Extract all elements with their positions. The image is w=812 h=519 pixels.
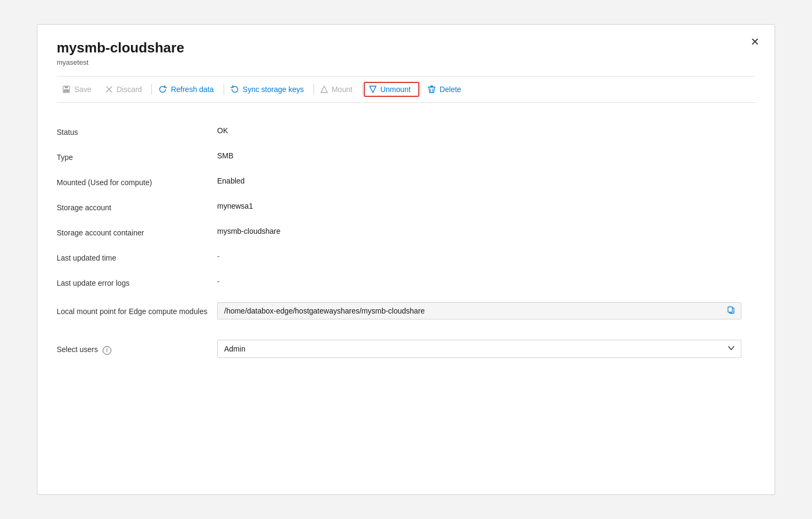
storage-account-value: mynewsa1: [217, 202, 755, 210]
mounted-row: Mounted (Used for compute) Enabled: [57, 169, 755, 194]
svg-rect-8: [430, 86, 433, 87]
last-error-label: Last update error logs: [57, 277, 217, 287]
refresh-icon: [158, 85, 167, 94]
delete-button[interactable]: Delete: [422, 82, 470, 97]
local-mount-input: /home/databox-edge/hostgatewayshares/mys…: [217, 302, 741, 319]
refresh-label: Refresh data: [171, 85, 213, 94]
panel-subtitle: myasetest: [57, 58, 755, 66]
delete-label: Delete: [440, 85, 461, 94]
status-row: Status OK: [57, 119, 755, 144]
local-mount-label: Local mount point for Edge compute modul…: [57, 305, 217, 317]
last-updated-label: Last updated time: [57, 252, 217, 262]
type-value: SMB: [217, 151, 755, 160]
type-row: Type SMB: [57, 144, 755, 169]
save-icon: [62, 85, 71, 94]
type-label: Type: [57, 151, 217, 162]
toolbar: Save Discard Refresh data: [57, 76, 755, 103]
mounted-label: Mounted (Used for compute): [57, 177, 217, 187]
sync-button[interactable]: Sync storage keys: [225, 82, 312, 97]
select-users-selected: Admin: [224, 345, 246, 353]
refresh-button[interactable]: Refresh data: [153, 82, 222, 97]
local-mount-row: Local mount point for Edge compute modul…: [57, 295, 755, 327]
unmount-button[interactable]: Unmount: [364, 82, 419, 97]
svg-marker-5: [321, 86, 327, 93]
select-users-field[interactable]: Admin: [217, 340, 741, 358]
unmount-icon: [369, 86, 377, 93]
save-button[interactable]: Save: [57, 82, 100, 97]
last-error-row: Last update error logs -: [57, 270, 755, 295]
mount-label: Mount: [332, 85, 353, 94]
svg-rect-7: [428, 87, 435, 88]
storage-account-row: Storage account mynewsa1: [57, 194, 755, 219]
select-users-wrapper: Admin: [217, 340, 741, 358]
sync-label: Sync storage keys: [243, 85, 304, 94]
container-row: Storage account container mysmb-cloudsha…: [57, 219, 755, 245]
form-table: Status OK Type SMB Mounted (Used for com…: [57, 119, 755, 365]
mount-icon: [320, 86, 328, 93]
close-button[interactable]: ✕: [750, 36, 760, 47]
discard-label: Discard: [117, 85, 142, 94]
mount-button[interactable]: Mount: [315, 82, 361, 97]
info-icon: i: [103, 346, 111, 355]
svg-rect-2: [64, 89, 69, 92]
copy-icon[interactable]: [727, 306, 736, 316]
toolbar-separator-1: [151, 84, 152, 95]
select-users-value-wrapper: Admin: [217, 340, 755, 358]
select-users-text: Select users: [57, 345, 98, 354]
svg-rect-12: [728, 307, 732, 312]
sync-icon: [231, 85, 239, 94]
unmount-label: Unmount: [380, 85, 411, 94]
detail-panel: ✕ mysmb-cloudshare myasetest Save: [37, 24, 775, 495]
status-label: Status: [57, 126, 217, 136]
delete-icon: [427, 85, 436, 94]
toolbar-separator-3: [313, 84, 314, 95]
svg-rect-1: [65, 86, 68, 88]
last-error-value: -: [217, 277, 755, 286]
container-value: mysmb-cloudshare: [217, 227, 755, 235]
status-value: OK: [217, 126, 755, 135]
last-updated-value: -: [217, 252, 755, 261]
mounted-value: Enabled: [217, 177, 755, 185]
last-updated-row: Last updated time -: [57, 245, 755, 270]
toolbar-separator-4: [362, 84, 363, 95]
storage-account-label: Storage account: [57, 202, 217, 212]
select-users-label: Select users i: [57, 344, 217, 355]
toolbar-separator-2: [224, 84, 224, 95]
select-users-row: Select users i Admin: [57, 332, 755, 365]
discard-button[interactable]: Discard: [100, 82, 150, 97]
discard-icon: [105, 86, 113, 93]
local-mount-text: /home/databox-edge/hostgatewayshares/mys…: [224, 307, 425, 315]
save-label: Save: [74, 85, 91, 94]
container-label: Storage account container: [57, 227, 217, 237]
svg-marker-6: [370, 86, 376, 93]
toolbar-separator-5: [420, 84, 421, 95]
panel-title: mysmb-cloudshare: [57, 40, 755, 56]
local-mount-value: /home/databox-edge/hostgatewayshares/mys…: [217, 302, 755, 319]
